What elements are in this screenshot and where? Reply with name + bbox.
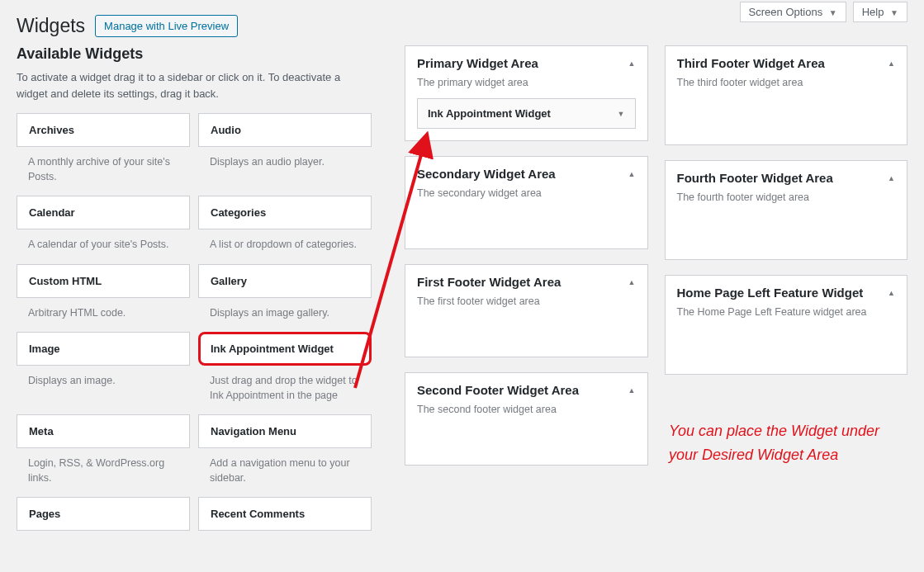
chevron-up-icon: ▲ bbox=[628, 386, 636, 395]
available-widget-navigation-menu[interactable]: Navigation Menu bbox=[198, 414, 372, 448]
widget-area-title: Home Page Left Feature Widget bbox=[677, 286, 888, 300]
available-widget-archives[interactable]: Archives bbox=[17, 113, 190, 147]
manage-live-preview-button[interactable]: Manage with Live Preview bbox=[95, 15, 238, 37]
widget-desc: Arbitrary HTML code. bbox=[17, 298, 190, 326]
widget-area-header[interactable]: Secondary Widget Area▲ bbox=[405, 157, 647, 184]
widget-area-desc: The third footer widget area bbox=[666, 73, 907, 98]
chevron-up-icon: ▲ bbox=[628, 278, 636, 286]
widget-area-title: Secondary Widget Area bbox=[417, 167, 628, 181]
widget-desc: Add a navigation menu to your sidebar. bbox=[198, 448, 372, 490]
chevron-up-icon: ▲ bbox=[888, 174, 895, 182]
available-widget-gallery[interactable]: Gallery bbox=[198, 264, 372, 298]
screen-options-label: Screen Options bbox=[749, 6, 823, 18]
chevron-up-icon: ▲ bbox=[888, 59, 895, 68]
widget-desc: A list or dropdown of categories. bbox=[198, 229, 372, 258]
available-widgets-heading: Available Widgets bbox=[17, 45, 372, 63]
available-widget-audio[interactable]: Audio bbox=[198, 113, 372, 147]
available-widget-meta[interactable]: Meta bbox=[17, 414, 190, 448]
annotation-text: You can place the Widget under your Desi… bbox=[669, 419, 900, 467]
widget-desc: Just drag and drop the widget to Ink App… bbox=[198, 366, 372, 408]
screen-options-button[interactable]: Screen Options ▼ bbox=[740, 2, 846, 22]
chevron-down-icon: ▼ bbox=[890, 8, 898, 17]
available-widget-categories[interactable]: Categories bbox=[198, 196, 372, 229]
widget-desc: A monthly archive of your site's Posts. bbox=[17, 147, 190, 189]
chevron-up-icon: ▲ bbox=[628, 170, 636, 178]
chevron-up-icon: ▲ bbox=[628, 59, 636, 68]
widget-area-header[interactable]: Primary Widget Area▲ bbox=[405, 46, 647, 73]
widget-desc: Displays an image gallery. bbox=[198, 298, 372, 326]
widget-area-desc: The first footer widget area bbox=[405, 292, 647, 317]
widget-area-title: Second Footer Widget Area bbox=[417, 383, 628, 397]
page-title: Widgets bbox=[17, 15, 85, 37]
widget-area-desc: The primary widget area bbox=[405, 73, 647, 98]
widget-area-title: First Footer Widget Area bbox=[417, 275, 628, 289]
available-widget-pages[interactable]: Pages bbox=[17, 497, 190, 531]
widget-desc: A calendar of your site's Posts. bbox=[17, 229, 190, 258]
chevron-up-icon: ▲ bbox=[888, 289, 895, 297]
widget-area-desc: The Home Page Left Feature widget area bbox=[666, 303, 907, 328]
widget-area-header[interactable]: Home Page Left Feature Widget▲ bbox=[666, 276, 907, 303]
widget-area-title: Fourth Footer Widget Area bbox=[677, 171, 888, 185]
available-widget-calendar[interactable]: Calendar bbox=[17, 196, 190, 229]
available-widget-ink-appointment-widget[interactable]: Ink Appointment Widget bbox=[198, 332, 372, 366]
available-widget-custom-html[interactable]: Custom HTML bbox=[17, 264, 190, 298]
widget-desc: Displays an image. bbox=[17, 366, 190, 394]
available-widget-recent-comments[interactable]: Recent Comments bbox=[198, 497, 372, 531]
help-label: Help bbox=[862, 6, 884, 18]
widget-area-header[interactable]: Fourth Footer Widget Area▲ bbox=[666, 161, 907, 188]
available-widgets-intro: To activate a widget drag it to a sideba… bbox=[17, 69, 372, 102]
widget-area-header[interactable]: First Footer Widget Area▲ bbox=[405, 265, 647, 292]
widget-area-desc: The secondary widget area bbox=[405, 184, 647, 209]
help-button[interactable]: Help ▼ bbox=[853, 2, 907, 22]
widget-area-header[interactable]: Third Footer Widget Area▲ bbox=[666, 46, 907, 73]
widget-area-title: Primary Widget Area bbox=[417, 56, 628, 70]
placed-widget[interactable]: Ink Appointment Widget▼ bbox=[417, 98, 636, 129]
widget-area-header[interactable]: Second Footer Widget Area▲ bbox=[405, 373, 647, 400]
widget-desc: Login, RSS, & WordPress.org links. bbox=[17, 448, 190, 490]
chevron-down-icon: ▼ bbox=[618, 110, 625, 118]
available-widget-image[interactable]: Image bbox=[17, 332, 190, 366]
widget-area-desc: The fourth footer widget area bbox=[666, 188, 907, 213]
widget-desc: Displays an audio player. bbox=[198, 147, 372, 175]
placed-widget-label: Ink Appointment Widget bbox=[428, 107, 618, 120]
widget-area-title: Third Footer Widget Area bbox=[677, 56, 888, 70]
chevron-down-icon: ▼ bbox=[829, 8, 837, 17]
widget-area-desc: The second footer widget area bbox=[405, 400, 647, 425]
